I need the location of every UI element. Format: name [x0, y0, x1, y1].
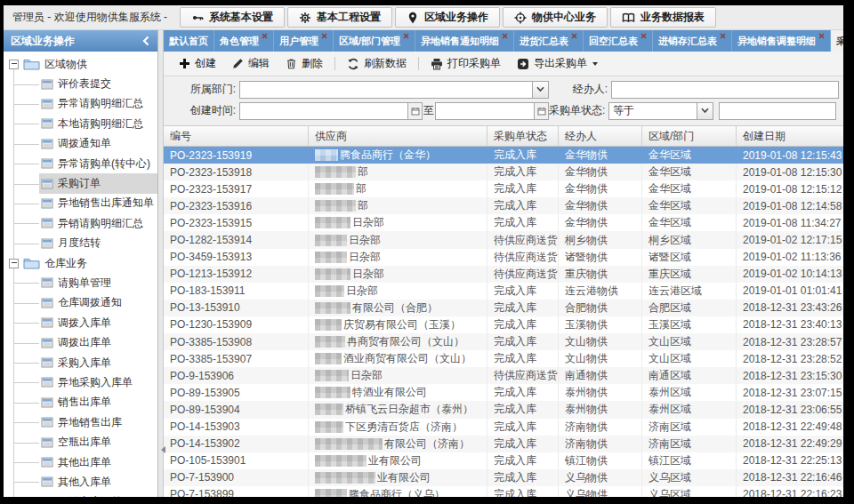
tab-close-icon[interactable] — [262, 33, 268, 39]
tree-item[interactable]: 调拨通知单 — [4, 134, 157, 154]
table-row[interactable]: PO-3385-153907酒业商贸有限公司（文山）完成入库文山物供文山区域20… — [164, 350, 843, 367]
status-value-input[interactable] — [719, 102, 836, 120]
agent-input[interactable] — [611, 81, 839, 99]
toolbar-button[interactable]: 创建 — [171, 53, 224, 75]
created-to-input[interactable] — [436, 103, 534, 119]
table-row[interactable]: PO-1213-153912日杂部待供应商送货重庆物供重庆区域2019-01-0… — [164, 266, 843, 283]
table-row[interactable]: PO-14-153902有限公司（济南）完成入库济南物供济南区域2018-12-… — [164, 436, 843, 452]
table-row[interactable]: PO-183-153911日杂部完成入库连云港物供连云港区域2019-01-01… — [164, 283, 843, 300]
tree-item[interactable]: 其他出库单 — [4, 452, 157, 472]
tab[interactable]: 异地销售通知明细 — [415, 30, 514, 52]
tree-folder[interactable]: 区域物供 — [4, 54, 157, 74]
tab-close-icon[interactable] — [818, 33, 825, 39]
tab-bar: 默认首页角色管理用户管理区域/部门管理异地销售通知明细进货汇总表回空汇总表进销存… — [164, 30, 843, 52]
chevron-down-icon[interactable] — [697, 103, 713, 119]
status-operator-select[interactable]: 等于 — [608, 102, 713, 120]
toolbar: 创建编辑删除刷新数据打印采购单导出采购单 — [164, 52, 843, 76]
table-row[interactable]: PO-2323-153916部完成入库金华物供金华区域2019-01-08 12… — [164, 197, 843, 214]
tree-item[interactable]: 月度结转 — [4, 234, 157, 253]
chevron-left-icon[interactable] — [141, 36, 150, 46]
tree-item[interactable]: 本地请购明细汇总 — [4, 114, 157, 133]
splitter[interactable] — [158, 30, 164, 497]
table-row[interactable]: PO-2323-153915日杂部完成入库金华物供金华区域2019-01-08 … — [164, 214, 843, 231]
tree-item[interactable]: 采购订单 — [4, 173, 157, 193]
tab-active[interactable]: 采购订单 — [831, 30, 843, 52]
table-row[interactable]: PO-14-153903下区勇清百货店（济南）完成入库济南物供济南区域2018-… — [164, 419, 843, 436]
table-row[interactable]: PO-1230-153909庆贸易有限公司（玉溪）完成入库玉溪物供玉溪区域201… — [164, 316, 843, 333]
menubar-button[interactable]: 系统基本设置 — [180, 7, 285, 28]
menubar-button[interactable]: 物供中心业务 — [503, 7, 608, 28]
tree-item[interactable]: 异地采购入库单 — [4, 372, 157, 392]
tab[interactable]: 角色管理 — [214, 30, 274, 52]
tab-close-icon[interactable] — [321, 33, 327, 39]
toolbar-button[interactable]: 编辑 — [224, 53, 278, 75]
table-row[interactable]: PO-9-153906日杂部待供应商送货南通物供南通区域2018-12-31 2… — [164, 367, 843, 384]
tab-close-icon[interactable] — [720, 33, 726, 39]
department-select[interactable] — [239, 81, 549, 99]
table-row[interactable]: PO-2323-153917部完成入库金华物供金华区域2019-01-08 12… — [164, 180, 843, 197]
tree-item[interactable]: 异销出库调整 — [4, 492, 157, 497]
tree-item[interactable]: 异常请购明细汇总 — [4, 94, 157, 114]
tab[interactable]: 异地销售调整明细 — [732, 30, 831, 52]
tree-item[interactable]: 调拨出库单 — [4, 332, 157, 352]
table-row[interactable]: PO-13-153910有限公司（合肥）完成入库合肥物供合肥区域2018-12-… — [164, 300, 843, 316]
table-cell-agent: 济南物供 — [559, 436, 642, 452]
column-header[interactable]: 创建日期 — [737, 126, 843, 146]
tab-close-icon[interactable] — [403, 33, 409, 39]
collapse-minus-icon[interactable] — [9, 60, 19, 69]
tab-close-icon[interactable] — [502, 33, 508, 39]
table-row[interactable]: PO-2323-153919腾食品商行（金华）完成入库金华物供金华区域2019-… — [164, 147, 843, 164]
toolbar-button[interactable]: 刷新数据 — [339, 53, 415, 75]
tree-group-children: 请购单管理仓库调拨通知调拨入库单调拨出库单采购入库单异地采购入库单销售出库单异地… — [4, 273, 157, 497]
table-row[interactable]: PO-3385-153908冉商贸有限公司（文山）完成入库文山物供文山区域201… — [164, 333, 843, 350]
column-header[interactable]: 区域/部门 — [642, 126, 737, 146]
tree-item[interactable]: 采购入库单 — [4, 353, 157, 372]
tree-folder[interactable]: 仓库业务 — [4, 253, 157, 273]
menubar-button[interactable]: 业务数据报表 — [610, 7, 716, 28]
tree-item[interactable]: 异常请购单(转中心) — [4, 154, 157, 173]
created-from-input[interactable] — [240, 103, 407, 119]
table-row[interactable]: PO-7-153900业有限公司完成入库义乌物供义乌区域2018-12-31 2… — [164, 469, 843, 486]
column-header[interactable]: 编号 — [164, 126, 309, 146]
table-row[interactable]: PO-2323-153918部完成入库金华物供金华区域2019-01-08 12… — [164, 164, 843, 180]
chevron-down-icon[interactable] — [532, 82, 548, 98]
column-header[interactable]: 供应商 — [309, 126, 487, 146]
toolbar-button[interactable]: 删除 — [278, 53, 331, 75]
tree-item[interactable]: 异销请购明细汇总 — [4, 213, 157, 233]
column-header[interactable]: 采购单状态 — [487, 126, 559, 146]
calendar-icon[interactable] — [534, 103, 548, 119]
tree-item[interactable]: 空瓶出库单 — [4, 432, 157, 452]
table-cell-created: 2018-12-31 22:25:13 — [737, 452, 843, 469]
tab[interactable]: 进货汇总表 — [514, 30, 584, 52]
toolbar-button[interactable]: 导出采购单 — [509, 53, 606, 75]
table-row[interactable]: PO-89-153905特酒业有限公司完成入库泰州物供泰州区域2018-12-3… — [164, 384, 843, 401]
tree-item[interactable]: 异地销售出库 — [4, 412, 157, 432]
tree-item[interactable]: 其他入库单 — [4, 472, 157, 492]
tab[interactable]: 默认首页 — [164, 30, 214, 52]
tab[interactable]: 用户管理 — [274, 30, 334, 52]
tree-item[interactable]: 异地销售出库通知单 — [4, 194, 157, 213]
tab[interactable]: 区域/部门管理 — [334, 30, 415, 52]
table-row[interactable]: PO-105-153901业有限公司完成入库镇江物供镇江区域2018-12-31… — [164, 452, 843, 469]
tab-close-icon[interactable] — [640, 33, 647, 39]
menubar-button[interactable]: 基本工程设置 — [287, 7, 392, 28]
table-row[interactable]: PO-89-153904桥镇飞云日杂超市（泰州）完成入库泰州物供泰州区域2018… — [164, 401, 843, 418]
table-row[interactable]: PO-1282-153914日杂部待供应商送货桐乡物供桐乡区域2019-01-0… — [164, 231, 843, 248]
tree-item[interactable]: 评价表提交 — [4, 74, 157, 93]
supplier-visible-text: 日杂部 — [349, 250, 381, 265]
tree-item[interactable]: 请购单管理 — [4, 273, 157, 292]
column-header[interactable]: 经办人 — [559, 126, 642, 146]
calendar-icon[interactable] — [407, 103, 422, 119]
tab[interactable]: 进销存汇总表 — [653, 30, 732, 52]
tree-item[interactable]: 调拨入库单 — [4, 313, 157, 332]
toolbar-button[interactable]: 打印采购单 — [423, 53, 509, 75]
menubar-button[interactable]: 区域业务操作 — [395, 7, 500, 28]
tab[interactable]: 回空汇总表 — [584, 30, 653, 52]
collapse-minus-icon[interactable] — [9, 259, 19, 268]
tab-close-icon[interactable] — [571, 33, 577, 39]
tree-item[interactable]: 销售出库单 — [4, 393, 157, 412]
tree-item[interactable]: 仓库调拨通知 — [4, 293, 157, 313]
table-row[interactable]: PO-3459-153913日杂部待供应商送货诸暨物供诸暨区域2019-01-0… — [164, 249, 843, 266]
splitter-collapse-icon[interactable] — [157, 446, 165, 453]
table-row[interactable]: PO-7-153899腾食品商行（义乌）完成入库义乌物供义乌区域2018-12-… — [164, 486, 843, 497]
